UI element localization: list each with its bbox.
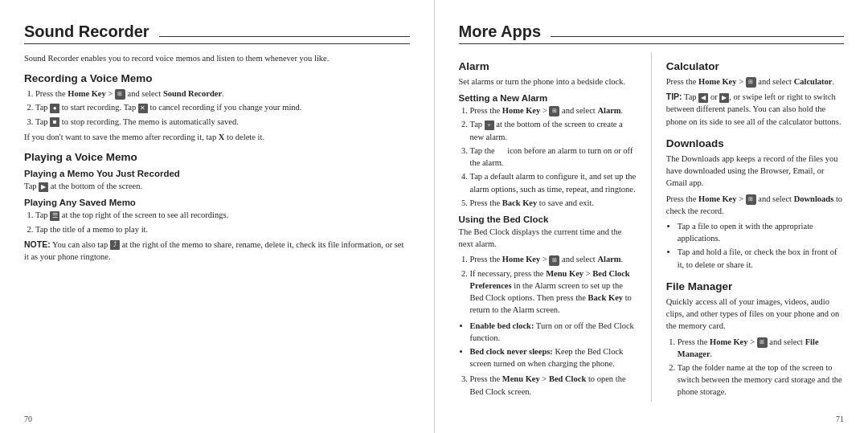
playing-heading: Playing a Voice Memo [24, 151, 410, 163]
new-alarm-steps: Press the Home Key > ⊞ and select Alarm.… [459, 104, 637, 209]
alarm-heading: Alarm [459, 60, 637, 72]
page-number-right: 71 [836, 415, 844, 423]
play-icon: ▶ [39, 182, 48, 192]
right-page-title: More Apps [459, 22, 845, 44]
downloads-intro: The Downloads app keeps a record of the … [666, 153, 844, 190]
right-columns: Alarm Set alarms or turn the phone into … [459, 52, 845, 402]
file-manager-heading: File Manager [666, 280, 844, 292]
alarm-intro: Set alarms or turn the phone into a beds… [459, 76, 637, 88]
calculator-intro: Press the Home Key > ⊞ and select Calcul… [666, 76, 844, 88]
left-page: Sound Recorder Sound Recorder enables yo… [0, 0, 435, 433]
left-intro: Sound Recorder enables you to record voi… [24, 52, 410, 64]
recording-step-3: Tap ■ to stop recording. The memo is aut… [35, 116, 410, 128]
file-manager-steps: Press the Home Key > ⊞ and select File M… [666, 336, 844, 398]
left-icon: ◀ [698, 93, 708, 103]
bed-clock-step-1: Press the Home Key > ⊞ and select Alarm. [470, 253, 637, 265]
new-alarm-step-3: Tap the icon before an alarm to turn on … [470, 145, 637, 169]
bed-clock-heading: Using the Bed Clock [459, 214, 637, 224]
playing-recorded-text: Tap ▶ at the bottom of the screen. [24, 180, 410, 192]
recording-step-1: Press the Home Key > ⊞ and select Sound … [35, 88, 410, 100]
grid-icon-alarm: ⊞ [549, 106, 559, 116]
playing-saved-steps: Tap ☰ at the top right of the screen to … [24, 209, 410, 235]
grid-icon-calc: ⊞ [746, 77, 756, 88]
left-page-title: Sound Recorder [24, 22, 410, 44]
file-manager-step-2: Tap the folder name at the top of the sc… [678, 362, 844, 398]
playing-recorded-heading: Playing a Memo You Just Recorded [24, 169, 410, 178]
recording-note: If you don't want to save the memo after… [24, 131, 410, 143]
file-manager-intro: Quickly access all of your images, video… [666, 296, 844, 333]
grid-icon-downloads: ⊞ [746, 194, 756, 205]
new-alarm-step-1: Press the Home Key > ⊞ and select Alarm. [470, 104, 637, 116]
new-alarm-step-5: Press the Back Key to save and exit. [470, 197, 637, 209]
playing-saved-note: NOTE: You can also tap ⤴ at the right of… [24, 239, 410, 263]
stop-icon: ■ [50, 117, 59, 127]
downloads-text: Press the Home Key > ⊞ and select Downlo… [666, 193, 844, 217]
new-alarm-step-4: Tap a default alarm to configure it, and… [470, 170, 637, 194]
bed-clock-bullet-2: Bed clock never sleeps: Keep the Bed Clo… [470, 345, 637, 370]
list-icon: ☰ [50, 211, 59, 221]
grid-icon-fm: ⊞ [757, 337, 768, 348]
grid-icon-bedclock: ⊞ [549, 255, 559, 266]
recording-heading: Recording a Voice Memo [24, 72, 410, 84]
rec-icon: ● [50, 104, 59, 113]
recording-step-2: Tap ● to start recording. Tap ✕ to cance… [35, 101, 410, 113]
new-alarm-heading: Setting a New Alarm [459, 93, 637, 103]
cancel-icon: ✕ [138, 104, 148, 113]
playing-saved-step-1: Tap ☰ at the top right of the screen to … [35, 209, 410, 221]
plus-icon: + [485, 121, 494, 130]
right-icon: ▶ [719, 93, 729, 103]
bed-clock-bullet-1: Enable bed clock: Turn on or off the Bed… [470, 320, 637, 344]
file-manager-step-1: Press the Home Key > ⊞ and select File M… [678, 336, 844, 360]
utilities-column: Calculator Press the Home Key > ⊞ and se… [651, 52, 844, 402]
right-page: More Apps Alarm Set alarms or turn the p… [435, 0, 869, 433]
playing-saved-step-2: Tap the title of a memo to play it. [35, 223, 410, 235]
new-alarm-step-2: Tap + at the bottom of the screen to cre… [470, 118, 637, 142]
calculator-tip: TIP: Tap ◀ or ▶, or swipe left or right … [666, 91, 844, 128]
downloads-heading: Downloads [666, 137, 844, 149]
bed-clock-steps-2: Press the Menu Key > Bed Clock to open t… [459, 373, 637, 397]
page-number-left: 70 [24, 415, 32, 423]
bed-clock-step-2: If necessary, press the Menu Key > Bed C… [470, 268, 637, 317]
playing-saved-heading: Playing Any Saved Memo [24, 198, 410, 207]
bed-clock-intro: The Bed Clock displays the current time … [459, 226, 637, 250]
grid-icon-1: ⊞ [115, 89, 125, 100]
bed-clock-bullets: Enable bed clock: Turn on or off the Bed… [459, 320, 637, 370]
share-icon: ⤴ [110, 240, 120, 250]
bed-clock-steps: Press the Home Key > ⊞ and select Alarm.… [459, 253, 637, 316]
alarm-column: Alarm Set alarms or turn the phone into … [459, 52, 651, 402]
bed-clock-step-3: Press the Menu Key > Bed Clock to open t… [470, 373, 637, 397]
calculator-heading: Calculator [666, 60, 844, 72]
downloads-bullet-1: Tap a file to open it with the appropria… [678, 220, 844, 244]
downloads-bullets: Tap a file to open it with the appropria… [666, 220, 844, 271]
downloads-bullet-2: Tap and hold a file, or check the box in… [678, 246, 844, 270]
recording-steps: Press the Home Key > ⊞ and select Sound … [24, 88, 410, 128]
